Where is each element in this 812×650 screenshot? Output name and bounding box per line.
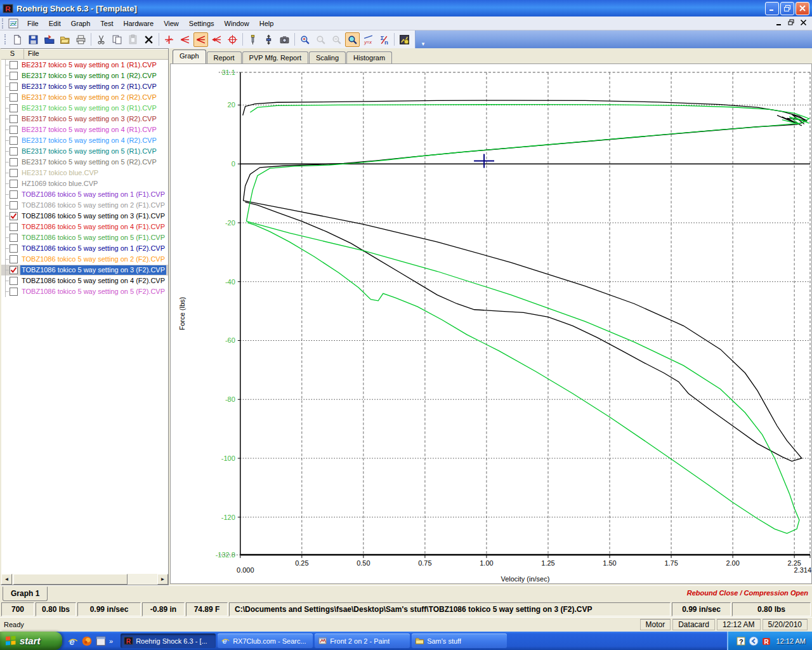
menu-view[interactable]: View [159,18,184,29]
close-button[interactable] [796,2,809,15]
file-checkbox[interactable] [10,244,18,253]
file-name[interactable]: TOBZ1086 tokico 5 way setting on 3 (F2).… [20,265,166,275]
file-list-item[interactable]: BE2317 tokico 5 way setting on 5 (R2).CV… [1,157,168,168]
scroll-left-icon[interactable]: ◄ [1,574,12,585]
file-list-item[interactable]: TOBZ1086 tokico 5 way setting on 1 (F1).… [1,189,168,200]
file-checkbox[interactable] [10,169,18,177]
taskbar-window-paint[interactable]: Front 2 on 2 - Paint [315,633,410,648]
menu-file[interactable]: File [22,18,44,29]
tray-roehrig-tray-icon[interactable]: R [761,636,771,646]
file-name[interactable]: TOBZ1086 tokico 5 way setting on 1 (F1).… [20,190,166,199]
file-list-item[interactable]: TOBZ1086 tokico 5 way setting on 4 (F1).… [1,222,168,232]
save-icon[interactable] [26,32,41,47]
file-name[interactable]: BE2317 tokico 5 way setting on 5 (R1).CV… [20,147,158,156]
minimize-button[interactable] [765,2,779,15]
restore-button[interactable] [780,2,794,15]
file-checkbox[interactable] [10,72,18,80]
file-checkbox[interactable] [10,201,18,209]
cut-icon[interactable] [94,32,108,47]
tab-pvp-mfg-report[interactable]: PVP Mfg. Report [242,51,308,63]
file-list-item[interactable]: TOBZ1086 tokico 5 way setting on 3 (F1).… [1,211,168,222]
menu-hardware[interactable]: Hardware [118,18,159,29]
file-list-item[interactable]: TOBZ1086 tokico 5 way setting on 2 (F2).… [1,254,168,265]
delete-icon[interactable] [141,32,156,47]
file-name[interactable]: BE2317 tokico 5 way setting on 1 (R1).CV… [20,60,158,70]
menu-edit[interactable]: Edit [44,18,66,29]
trace-overlay-icon[interactable] [178,32,192,47]
trace-crosshair-icon[interactable] [162,32,176,47]
tab-histogram[interactable]: Histogram [346,51,392,63]
open-file-icon[interactable] [58,32,72,47]
mdi-restore-button[interactable] [788,19,795,27]
print-icon[interactable] [74,32,88,47]
file-checkbox[interactable] [10,83,18,91]
quick-launch-overflow-icon[interactable]: » [109,637,113,645]
scroll-right-icon[interactable]: ► [157,574,168,585]
copy-icon[interactable] [110,32,124,47]
file-checkbox[interactable] [10,93,18,102]
tray-help-icon[interactable]: ? [736,636,746,646]
file-list-item[interactable]: TOBZ1086 tokico 5 way setting on 5 (F1).… [1,232,168,243]
new-document-icon[interactable] [10,32,25,47]
file-checkbox[interactable] [10,223,18,231]
file-name[interactable]: TOBZ1086 tokico 5 way setting on 4 (F1).… [20,222,166,232]
taskbar-window-folder[interactable]: Sam's stuff [412,633,507,648]
file-checkbox[interactable] [10,255,18,263]
menu-help[interactable]: Help [254,18,279,29]
file-list-item[interactable]: HE2317 tokico blue.CVP [1,168,168,178]
file-list-item[interactable]: TOBZ1086 tokico 5 way setting on 3 (F2).… [1,265,168,275]
file-name[interactable]: HE2317 tokico blue.CVP [20,168,100,178]
file-name[interactable]: BE2317 tokico 5 way setting on 5 (R2).CV… [20,157,158,167]
file-name[interactable]: BE2317 tokico 5 way setting on 2 (R2).CV… [20,93,158,102]
file-name[interactable]: HZ1069 tokico blue.CVP [20,179,99,189]
file-checkbox[interactable] [10,288,18,296]
file-name[interactable]: TOBZ1086 tokico 5 way setting on 2 (F1).… [20,201,166,210]
trace-select-icon[interactable] [209,32,224,47]
file-name[interactable]: BE2317 tokico 5 way setting on 3 (R1).CV… [20,103,158,113]
tray-collapse-chevron-icon[interactable] [749,636,759,646]
file-list-item[interactable]: BE2317 tokico 5 way setting on 2 (R1).CV… [1,81,168,92]
menu-settings[interactable]: Settings [184,18,219,29]
file-list-item[interactable]: BE2317 tokico 5 way setting on 1 (R2).CV… [1,70,168,81]
file-name[interactable]: BE2317 tokico 5 way setting on 2 (R1).CV… [20,82,158,91]
file-name[interactable]: TOBZ1086 tokico 5 way setting on 3 (F1).… [20,211,166,221]
file-checkbox[interactable] [10,158,18,166]
sigma-over-n-icon[interactable]: Σn [377,32,391,47]
file-name[interactable]: BE2317 tokico 5 way setting on 4 (R1).CV… [20,125,158,135]
force-velocity-chart[interactable]: 0.250.500.751.001.251.501.752.002.250.00… [171,64,811,583]
file-checkbox[interactable] [10,234,18,242]
file-name[interactable]: BE2317 tokico 5 way setting on 4 (R2).CV… [20,136,158,145]
trace-overlay-pick-icon[interactable] [193,32,208,47]
trace-target-icon[interactable] [225,32,240,47]
file-list-item[interactable]: BE2317 tokico 5 way setting on 5 (R1).CV… [1,146,168,157]
snapshot-icon[interactable] [277,32,292,47]
file-list-hscrollbar[interactable]: ◄ ► [1,574,168,585]
mdi-close-button[interactable] [800,19,807,27]
zoom-window-icon[interactable] [345,32,360,47]
document-icon[interactable] [8,18,18,29]
file-checkbox[interactable] [10,126,18,134]
file-list-item[interactable]: BE2317 tokico 5 way setting on 3 (R2).CV… [1,114,168,124]
file-list-item[interactable]: TOBZ1086 tokico 5 way setting on 4 (F2).… [1,275,168,286]
file-checkbox[interactable] [10,147,18,156]
mdi-minimize-button[interactable] [776,19,783,27]
file-checkbox[interactable] [10,61,18,69]
taskbar-window-internet-explorer[interactable]: eRX7Club.com - Searc... [218,633,313,648]
file-list-item[interactable]: TOBZ1086 tokico 5 way setting on 5 (F2).… [1,286,168,297]
column-header-file[interactable]: File [24,49,168,59]
file-checkbox[interactable] [10,104,18,112]
scrollbar-thumb[interactable] [13,574,128,585]
file-name[interactable]: BE2317 tokico 5 way setting on 1 (R2).CV… [20,71,158,81]
file-checkbox[interactable] [10,190,18,199]
file-checkbox[interactable] [10,266,18,274]
tab-graph[interactable]: Graph [173,50,206,63]
file-name[interactable]: TOBZ1086 tokico 5 way setting on 2 (F2).… [20,255,166,264]
toolbar-overflow-icon[interactable]: ▾ [419,32,428,47]
file-list-item[interactable]: BE2317 tokico 5 way setting on 2 (R2).CV… [1,92,168,103]
export-file-icon[interactable] [42,32,56,47]
taskbar-window-roehrig[interactable]: RRoehrig Shock 6.3 - [... [121,633,216,648]
file-list-item[interactable]: BE2317 tokico 5 way setting on 3 (R1).CV… [1,103,168,114]
file-list-item[interactable]: HZ1069 tokico blue.CVP [1,178,168,189]
start-button[interactable]: start [0,632,62,650]
file-checkbox[interactable] [10,212,18,220]
